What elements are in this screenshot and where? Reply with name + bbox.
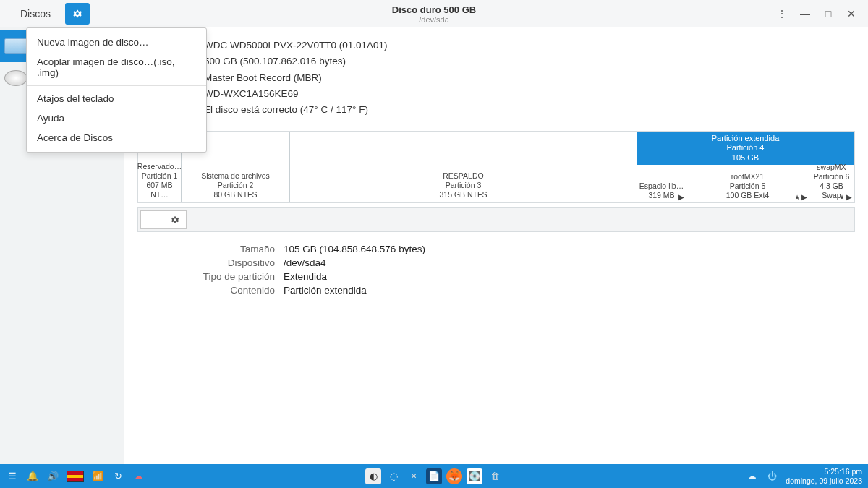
detail-value: 105 GB (104.858.648.576 bytes) — [284, 244, 425, 254]
detail-label: Tipo de partición — [137, 271, 275, 282]
clock-time: 5:25:16 pm — [786, 467, 862, 476]
disk-serial: WD-WXC1A156KE69 — [204, 86, 854, 102]
updater-icon[interactable]: ↻ — [111, 470, 124, 483]
volume-icon[interactable]: 🔊 — [46, 470, 59, 483]
disk-model: WDC WD5000LPVX-22V0TT0 (01.01A01) — [204, 38, 854, 53]
partition-options-button[interactable] — [163, 210, 187, 229]
hdd-icon — [4, 38, 27, 54]
close-button[interactable]: ✕ — [845, 7, 858, 20]
kebab-menu-icon[interactable]: ⋮ — [775, 7, 788, 20]
detail-row: Tamaño105 GB (104.858.648.576 bytes) — [137, 242, 855, 256]
gear-icon — [72, 8, 83, 20]
menu-item-about[interactable]: Acerca de Discos — [27, 128, 206, 147]
app-dropdown-menu: Nueva imagen de disco… Acoplar imagen de… — [26, 27, 207, 153]
menu-item-attach-image[interactable]: Acoplar imagen de disco…(.iso, .img) — [27, 52, 206, 82]
window-subtitle: /dev/sda — [392, 14, 476, 23]
partition-toolbar: — — [137, 207, 855, 232]
disk-size: 500 GB (500.107.862.016 bytes) — [204, 53, 854, 69]
menu-item-help[interactable]: Ayuda — [27, 108, 206, 128]
detail-value: Partición extendida — [284, 285, 367, 296]
taskbar: ☰ 🔔 🔊 📶 ↻ ☁ ◐ ◌ ✕ 📄 🦊 💽 🗑 ☁ ⏻ 5:25:16 pm… — [0, 464, 868, 488]
taskbar-app[interactable]: 🗑 — [487, 468, 503, 484]
tray-icon[interactable]: ⏻ — [765, 470, 778, 483]
wifi-icon[interactable]: 📶 — [91, 470, 104, 483]
logical-partition-block[interactable]: rootMX21Partición 5100 GB Ext4▶★ — [686, 165, 809, 202]
app-name: Discos — [6, 8, 65, 20]
tray-icon[interactable]: ☁ — [132, 470, 145, 483]
partition-map[interactable]: Reservado…Partición 1607 MB NT…Sistema d… — [137, 131, 855, 203]
window-title: Disco duro 500 GB — [392, 4, 476, 14]
menu-item-new-image[interactable]: Nueva imagen de disco… — [27, 33, 206, 52]
cloud-icon[interactable]: ☁ — [745, 470, 758, 483]
cd-icon — [4, 70, 27, 86]
partition-details: Tamaño105 GB (104.858.648.576 bytes)Disp… — [137, 242, 855, 297]
detail-label: Dispositivo — [137, 257, 275, 268]
taskbar-clock[interactable]: 5:25:16 pm domingo, 09 julio 2023 — [786, 467, 862, 484]
detail-row: ContenidoPartición extendida — [137, 283, 855, 297]
extended-partition-header[interactable]: Partición extendidaPartición 4105 GB — [637, 132, 854, 165]
taskbar-app-disks[interactable]: 💽 — [467, 468, 482, 484]
logical-partition-block[interactable]: swapMXPartición 64,3 GB Swap▶★ — [809, 165, 854, 202]
taskbar-app-firefox[interactable]: 🦊 — [446, 468, 462, 484]
headerbar: Discos Disco duro 500 GB /dev/sda ⋮ — □ … — [0, 0, 868, 27]
disk-partitioning: Master Boot Record (MBR) — [204, 70, 854, 86]
menu-item-shortcuts[interactable]: Atajos del teclado — [27, 89, 206, 108]
detail-row: Tipo de particiónExtendida — [137, 270, 855, 283]
taskbar-app[interactable]: 📄 — [426, 468, 442, 484]
maximize-button[interactable]: □ — [822, 7, 835, 20]
detail-label: Contenido — [137, 285, 275, 296]
play-icon: ▶ — [801, 193, 807, 201]
taskbar-app[interactable]: ◌ — [386, 468, 401, 484]
clock-date: domingo, 09 julio 2023 — [786, 476, 862, 485]
taskbar-app[interactable]: ◐ — [365, 468, 381, 484]
partition-block[interactable]: RESPALDOPartición 3315 GB NTFS — [290, 132, 637, 202]
play-icon: ▶ — [678, 193, 684, 201]
detail-value: /dev/sda4 — [284, 257, 326, 268]
notifications-icon[interactable]: 🔔 — [26, 470, 39, 483]
keyboard-layout-flag[interactable] — [67, 471, 84, 482]
app-menu-button[interactable] — [65, 3, 90, 25]
detail-label: Tamaño — [137, 244, 275, 254]
taskbar-app[interactable]: ✕ — [406, 468, 422, 484]
detail-value: Extendida — [284, 271, 327, 282]
menu-icon[interactable]: ☰ — [6, 470, 19, 483]
disk-assessment: El disco está correcto (47° C / 117° F) — [204, 102, 854, 118]
play-icon: ▶ — [846, 193, 852, 201]
star-icon: ★ — [839, 194, 845, 201]
gears-icon — [170, 215, 180, 225]
star-icon: ★ — [794, 194, 800, 201]
detail-row: Dispositivo/dev/sda4 — [137, 256, 855, 270]
remove-partition-button[interactable]: — — [140, 210, 163, 229]
disk-info: WDC WD5000LPVX-22V0TT0 (01.01A01) 500 GB… — [124, 27, 868, 125]
logical-partition-block[interactable]: Espacio lib…319 MB▶ — [637, 165, 686, 202]
minimize-button[interactable]: — — [799, 7, 812, 20]
main-panel: WDC WD5000LPVX-22V0TT0 (01.01A01) 500 GB… — [124, 27, 868, 464]
menu-separator — [27, 85, 206, 86]
partition-block[interactable]: Partición extendidaPartición 4105 GBEspa… — [637, 132, 854, 202]
